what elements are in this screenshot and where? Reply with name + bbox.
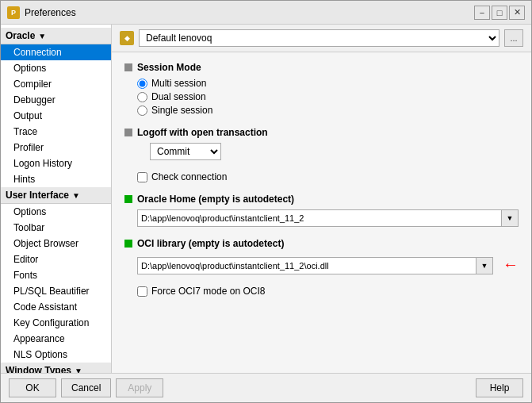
sidebar: Oracle ▼ Connection Options Compiler Deb…: [1, 25, 112, 373]
oci-library-indicator: [124, 240, 132, 248]
sidebar-item-fonts[interactable]: Fonts: [1, 267, 111, 283]
check-connection-section: Check connection: [124, 171, 519, 182]
sidebar-item-hints[interactable]: Hints: [1, 171, 111, 187]
minimize-button[interactable]: −: [474, 6, 490, 20]
sidebar-item-output[interactable]: Output: [1, 108, 111, 124]
logoff-label: Logoff with open transaction: [137, 127, 268, 138]
oracle-home-section: Oracle Home (empty is autodetect) ▼: [124, 194, 519, 227]
preferences-window: P Preferences − □ ✕ Oracle ▼ Connection …: [0, 0, 532, 403]
oracle-section-header[interactable]: Oracle ▼: [1, 28, 111, 44]
bottom-bar: OK Cancel Apply Help: [1, 373, 531, 402]
sidebar-item-debugger[interactable]: Debugger: [1, 92, 111, 108]
oci-library-input-row: ▼: [137, 257, 493, 274]
sidebar-item-connection[interactable]: Connection: [1, 44, 111, 60]
ui-expand-icon: ▼: [72, 191, 80, 200]
window-types-section-label: Window Types: [6, 365, 71, 373]
window-title: Preferences: [25, 7, 474, 18]
oci-library-input[interactable]: [137, 257, 476, 274]
app-icon: P: [7, 6, 20, 19]
oracle-home-label: Oracle Home (empty is autodetect): [137, 194, 294, 205]
settings-content: Session Mode Multi session Dual session: [112, 52, 531, 373]
sidebar-item-plsql-beautifier[interactable]: PL/SQL Beautifier: [1, 283, 111, 299]
main-panel: ◆ Default lenovoq ... Session Mode: [112, 25, 531, 373]
session-mode-label: Session Mode: [137, 62, 201, 73]
oracle-expand-icon: ▼: [38, 32, 46, 40]
profile-icon: ◆: [120, 31, 134, 45]
radio-dual-session-input[interactable]: [137, 92, 147, 102]
oracle-home-input[interactable]: [137, 209, 501, 227]
apply-button[interactable]: Apply: [116, 378, 163, 397]
oracle-section-label: Oracle: [6, 30, 35, 41]
sidebar-item-compiler[interactable]: Compiler: [1, 76, 111, 92]
sidebar-item-editor[interactable]: Editor: [1, 251, 111, 267]
session-mode-indicator: [124, 63, 132, 71]
session-mode-section: Session Mode Multi session Dual session: [124, 62, 519, 116]
force-oci7-label: Force OCI7 mode on OCI8: [151, 286, 265, 297]
sidebar-item-key-configuration[interactable]: Key Configuration: [1, 315, 111, 331]
sidebar-item-toolbar[interactable]: Toolbar: [1, 220, 111, 236]
sidebar-item-trace[interactable]: Trace: [1, 124, 111, 140]
maximize-button[interactable]: □: [492, 6, 507, 20]
red-arrow-icon: ←: [503, 255, 519, 274]
cancel-button[interactable]: Cancel: [61, 378, 111, 397]
close-button[interactable]: ✕: [509, 6, 525, 20]
oracle-home-dropdown-arrow[interactable]: ▼: [501, 209, 519, 227]
oci-library-row-wrapper: ▼ ←: [124, 254, 519, 274]
check-connection-label: Check connection: [151, 171, 227, 182]
check-connection-checkbox[interactable]: [137, 172, 147, 182]
title-bar-buttons: − □ ✕: [474, 6, 525, 20]
oci-library-section: OCI library (empty is autodetect) ▼ ←: [124, 238, 519, 274]
force-oci7-section: Force OCI7 mode on OCI8: [124, 286, 519, 297]
ok-button[interactable]: OK: [9, 378, 56, 397]
oracle-home-input-row: ▼: [137, 209, 519, 227]
session-mode-radio-group: Multi session Dual session Single sessio…: [137, 78, 519, 116]
toolbar-row: ◆ Default lenovoq ...: [112, 25, 531, 52]
logoff-section: Logoff with open transaction Commit: [124, 127, 519, 160]
radio-dual-session-label: Dual session: [151, 91, 206, 102]
help-button[interactable]: Help: [476, 378, 523, 397]
check-connection-checkbox-row[interactable]: Check connection: [137, 171, 519, 182]
sidebar-item-code-assistant[interactable]: Code Assistant: [1, 299, 111, 315]
oracle-home-indicator: [124, 195, 132, 203]
force-oci7-checkbox[interactable]: [137, 286, 147, 297]
radio-single-session[interactable]: Single session: [137, 105, 519, 116]
sidebar-item-object-browser[interactable]: Object Browser: [1, 236, 111, 251]
force-oci7-checkbox-row[interactable]: Force OCI7 mode on OCI8: [137, 286, 519, 297]
more-button[interactable]: ...: [504, 29, 523, 47]
user-interface-section-header[interactable]: User Interface ▼: [1, 187, 111, 204]
radio-multi-session-label: Multi session: [151, 78, 206, 89]
radio-multi-session[interactable]: Multi session: [137, 78, 519, 89]
radio-dual-session[interactable]: Dual session: [137, 91, 519, 102]
wt-expand-icon: ▼: [75, 367, 82, 374]
radio-multi-session-input[interactable]: [137, 79, 147, 89]
logoff-indicator: [124, 129, 132, 136]
sidebar-item-nls-options[interactable]: NLS Options: [1, 347, 111, 363]
sidebar-item-logon-history[interactable]: Logon History: [1, 155, 111, 171]
sidebar-item-profiler[interactable]: Profiler: [1, 140, 111, 155]
logoff-dropdown[interactable]: Commit: [150, 143, 221, 160]
sidebar-item-appearance[interactable]: Appearance: [1, 331, 111, 347]
radio-single-session-label: Single session: [151, 105, 212, 116]
profile-dropdown[interactable]: Default lenovoq: [139, 29, 499, 47]
content-area: Oracle ▼ Connection Options Compiler Deb…: [1, 25, 531, 373]
title-bar: P Preferences − □ ✕: [1, 1, 531, 25]
user-interface-section-label: User Interface: [6, 190, 69, 201]
radio-single-session-input[interactable]: [137, 106, 147, 116]
sidebar-item-options[interactable]: Options: [1, 60, 111, 76]
oci-library-dropdown-arrow[interactable]: ▼: [476, 257, 493, 274]
oci-library-label: OCI library (empty is autodetect): [137, 238, 284, 249]
window-types-section-header[interactable]: Window Types ▼: [1, 363, 111, 373]
sidebar-item-ui-options[interactable]: Options: [1, 204, 111, 220]
